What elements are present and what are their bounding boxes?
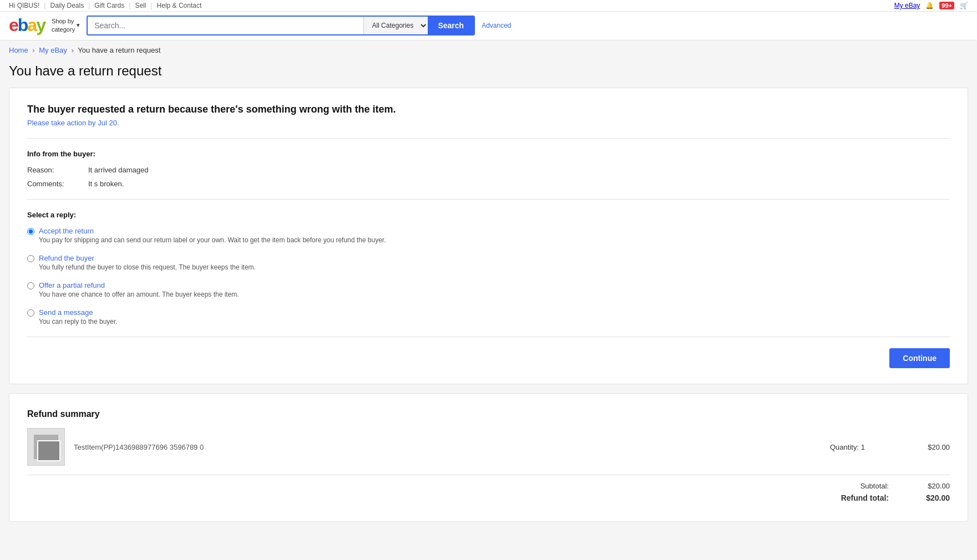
reply-option-message-desc: You can reply to the buyer. bbox=[39, 318, 118, 325]
return-headline: The buyer requested a return because the… bbox=[27, 104, 950, 115]
refund-summary-title: Refund summary bbox=[27, 409, 950, 419]
notification-badge: 99+ bbox=[939, 2, 954, 9]
divider-3 bbox=[27, 337, 950, 337]
reply-option-accept: Accept the return You pay for shipping a… bbox=[27, 227, 950, 244]
top-bar-left: Hi QIBUS! | Daily Deals | Gift Cards | S… bbox=[9, 2, 201, 9]
main-content: The buyer requested a return because the… bbox=[0, 88, 977, 547]
divider-1 bbox=[27, 138, 950, 139]
subtotal-row: Subtotal: $20.00 bbox=[27, 482, 950, 490]
reason-label: Reason: bbox=[27, 166, 88, 174]
continue-button[interactable]: Continue bbox=[889, 348, 950, 368]
reply-option-refund-desc: You fully refund the buyer to close this… bbox=[39, 263, 256, 271]
reply-option-message: Send a message You can reply to the buye… bbox=[27, 308, 950, 325]
header: ebay Shop bycategory ▾ All Categories Se… bbox=[0, 12, 977, 40]
comments-label: Comments: bbox=[27, 180, 88, 188]
item-price: $20.00 bbox=[905, 443, 950, 451]
refund-summary-card: Refund summary TestItem(PP)1436988977696… bbox=[9, 393, 968, 522]
search-category-select[interactable]: All Categories bbox=[363, 17, 428, 34]
refund-total-label: Refund total: bbox=[841, 493, 889, 502]
subtotal-label: Subtotal: bbox=[860, 482, 889, 490]
reply-option-refund-label[interactable]: Refund the buyer bbox=[39, 254, 94, 262]
reply-option-message-text: Send a message You can reply to the buye… bbox=[39, 308, 118, 325]
reply-option-refund-text: Refund the buyer You fully refund the bu… bbox=[39, 254, 256, 271]
gift-cards-link[interactable]: Gift Cards bbox=[94, 2, 124, 9]
shop-by-label: Shop bycategory bbox=[52, 17, 75, 33]
return-subtitle: Please take action by Jul 20. bbox=[27, 119, 950, 127]
logo-e: e bbox=[9, 15, 18, 35]
reply-section-label: Select a reply: bbox=[27, 211, 950, 219]
refund-total-value: $20.00 bbox=[911, 493, 950, 502]
refund-totals: Subtotal: $20.00 Refund total: $20.00 bbox=[27, 475, 950, 502]
search-button[interactable]: Search bbox=[428, 17, 474, 34]
reason-value: It arrived damaged bbox=[88, 166, 148, 174]
search-input[interactable] bbox=[88, 17, 363, 34]
refund-item-row: TestItem(PP)1436988977696 3596789 0 Quan… bbox=[27, 428, 950, 466]
breadcrumb-home[interactable]: Home bbox=[9, 46, 28, 54]
logo-text: ebay bbox=[9, 15, 45, 35]
logo-b: b bbox=[18, 15, 28, 35]
reply-option-refund: Refund the buyer You fully refund the bu… bbox=[27, 254, 950, 271]
daily-deals-link[interactable]: Daily Deals bbox=[50, 2, 84, 9]
logo-a: a bbox=[27, 15, 36, 35]
sell-link[interactable]: Sell bbox=[135, 2, 146, 9]
reply-option-partial-desc: You have one chance to offer an amount. … bbox=[39, 291, 239, 298]
reply-option-partial: Offer a partial refund You have one chan… bbox=[27, 281, 950, 298]
reply-option-partial-text: Offer a partial refund You have one chan… bbox=[39, 281, 239, 298]
divider-2 bbox=[27, 199, 950, 200]
info-section-label: Info from the buyer: bbox=[27, 150, 950, 158]
item-name: TestItem(PP)1436988977696 3596789 0 bbox=[74, 443, 821, 451]
top-bar: Hi QIBUS! | Daily Deals | Gift Cards | S… bbox=[0, 0, 977, 12]
reply-radio-refund[interactable] bbox=[27, 255, 34, 262]
advanced-search-link[interactable]: Advanced bbox=[482, 22, 511, 29]
breadcrumb: Home › My eBay › You have a return reque… bbox=[0, 40, 977, 58]
shop-by-button[interactable]: Shop bycategory ▾ bbox=[52, 17, 80, 33]
logo[interactable]: ebay bbox=[9, 15, 45, 35]
header-top: ebay Shop bycategory ▾ All Categories Se… bbox=[9, 15, 968, 40]
reply-option-accept-desc: You pay for shipping and can send our re… bbox=[39, 236, 386, 244]
reply-radio-message[interactable] bbox=[27, 309, 34, 317]
breadcrumb-sep-2: › bbox=[71, 46, 73, 54]
item-thumb-inner bbox=[34, 435, 58, 459]
comments-value: It s broken. bbox=[88, 180, 124, 188]
page-title: You have a return request bbox=[0, 58, 977, 88]
reply-radio-partial[interactable] bbox=[27, 282, 34, 289]
info-table: Reason: It arrived damaged Comments: It … bbox=[27, 166, 950, 188]
reason-row: Reason: It arrived damaged bbox=[27, 166, 950, 174]
cart-icon: 🛒 bbox=[960, 2, 968, 9]
logo-y: y bbox=[36, 15, 45, 35]
bell-icon: 🔔 bbox=[925, 2, 934, 9]
reply-option-partial-label[interactable]: Offer a partial refund bbox=[39, 281, 105, 289]
refund-total-row: Refund total: $20.00 bbox=[27, 493, 950, 502]
reply-options: Accept the return You pay for shipping a… bbox=[27, 227, 950, 325]
breadcrumb-sep-1: › bbox=[32, 46, 34, 54]
reply-option-message-label[interactable]: Send a message bbox=[39, 308, 93, 317]
chevron-down-icon: ▾ bbox=[77, 22, 80, 29]
reply-radio-accept[interactable] bbox=[27, 228, 34, 235]
item-quantity: Quantity: 1 bbox=[830, 443, 897, 451]
breadcrumb-myebay[interactable]: My eBay bbox=[39, 46, 67, 54]
reply-option-accept-label[interactable]: Accept the return bbox=[39, 227, 94, 235]
subtotal-value: $20.00 bbox=[911, 482, 950, 490]
breadcrumb-current: You have a return request bbox=[78, 46, 160, 54]
greeting: Hi QIBUS! bbox=[9, 2, 39, 9]
continue-section: Continue bbox=[27, 348, 950, 368]
search-bar: All Categories Search bbox=[87, 16, 475, 35]
return-request-card: The buyer requested a return because the… bbox=[9, 88, 968, 384]
item-thumbnail bbox=[27, 428, 65, 466]
help-contact-link[interactable]: Help & Contact bbox=[157, 2, 202, 9]
top-bar-right: My eBay 🔔 99+ 🛒 bbox=[894, 2, 968, 9]
reply-option-accept-text: Accept the return You pay for shipping a… bbox=[39, 227, 386, 244]
comments-row: Comments: It s broken. bbox=[27, 180, 950, 188]
my-ebay-link[interactable]: My eBay bbox=[894, 2, 920, 9]
